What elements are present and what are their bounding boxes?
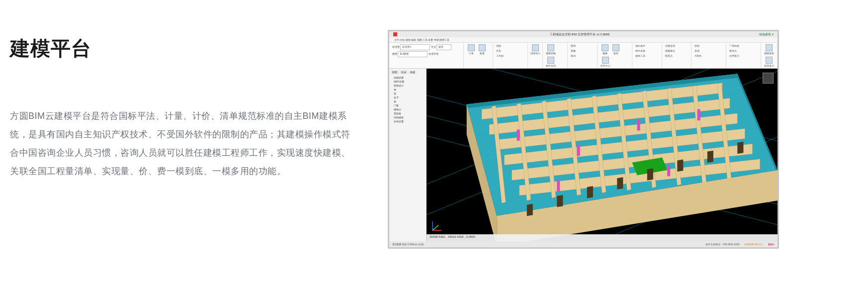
app-logo-icon: [393, 32, 397, 36]
svg-rect-29: [517, 129, 520, 140]
stats-icon: [532, 44, 539, 51]
dropdown-label: 标准层: [392, 45, 400, 48]
check-icon: [479, 44, 486, 51]
svg-line-48: [433, 225, 438, 230]
ribbon-trim-btn[interactable]: 修剪工具: [635, 54, 659, 57]
ribbon-offset-btn[interactable]: 偏移: [601, 44, 609, 55]
app-titlebar: 工程项目全过程 BIM 总控管理平台 v1.0 [BIM] 绿色建筑 ▾: [389, 31, 778, 37]
ribbon-close-btn[interactable]: 构件关闭: [546, 57, 556, 67]
ribbon-hidemode-btn[interactable]: 隐藏模式: [665, 49, 689, 52]
ribbon-mirror-btn[interactable]: 镜像: [571, 49, 594, 52]
svg-rect-43: [707, 151, 713, 163]
app-ribbon: 标准层 标准层1 专业 建筑 楼层 第2楼层 标准管理 计算 检查: [389, 43, 778, 69]
tree-item[interactable]: 结构楼板: [391, 115, 425, 119]
tree-item[interactable]: 楼梯台: [391, 107, 425, 111]
app-title-right[interactable]: 绿色建筑 ▾: [759, 32, 774, 37]
align-icon: [602, 57, 609, 64]
ribbon-setbase-btn[interactable]: 设置基准: [665, 44, 689, 47]
tree-panel[interactable]: 图层 组成 构建 绘图设置 MEP设置 照明设计 墙 梁 柱子 板 门窗 楼梯台…: [389, 69, 427, 241]
tree-items: 绘图设置 MEP设置 照明设计 墙 梁 柱子 板 门窗 楼梯台 屋面板 结构楼板…: [391, 76, 425, 123]
tree-item[interactable]: 墙: [391, 88, 425, 92]
dropdown-label: 专业: [431, 45, 436, 48]
page-heading: 建模平台: [10, 35, 358, 62]
dropdown-label: 楼层: [392, 52, 397, 55]
svg-rect-32: [697, 109, 700, 120]
ribbon-elevw-btn[interactable]: 西南: [694, 44, 723, 47]
ribbon-restore-btn[interactable]: 恢复点: [665, 54, 689, 57]
svg-rect-31: [637, 119, 640, 130]
ribbon-viewreload-btn[interactable]: 视图更新: [764, 44, 774, 55]
status-mid: 技术支持电话：020-3810 2025: [705, 243, 740, 246]
ribbon-workplane-btn[interactable]: 工作面: [496, 54, 524, 57]
offset-icon: [602, 44, 608, 51]
tree-item[interactable]: MEP设置: [391, 80, 425, 84]
status-memory: 内存使用:28.11 □: [744, 243, 763, 246]
svg-rect-41: [647, 168, 653, 180]
status-bar: 第3层楼 深度 0.000mm 比例 技术支持电话：020-3810 2025 …: [389, 241, 778, 247]
ribbon-stats-btn[interactable]: 清单统计: [531, 44, 540, 55]
ribbon-manage-btn[interactable]: 标准管理: [429, 52, 438, 55]
ribbon-2dwire-btn[interactable]: 二维线框: [729, 44, 758, 47]
ribbon-movepoint-btn[interactable]: 移动点: [729, 49, 758, 52]
svg-rect-40: [617, 177, 623, 189]
ribbon-rotate-btn[interactable]: 旋转: [611, 44, 620, 55]
tree-item[interactable]: 门窗: [391, 103, 425, 107]
ribbon-globalshow-btn[interactable]: 全屏显示: [729, 54, 758, 57]
ribbon-viewctrl-btn[interactable]: 视图切换: [546, 44, 556, 55]
app-title: 工程项目全过程 BIM 总控管理平台 v1.0 [BIM]: [400, 32, 759, 37]
tree-item[interactable]: 屋面板: [391, 111, 425, 115]
svg-rect-39: [587, 186, 593, 198]
calc-icon: [468, 44, 475, 51]
level-dropdown[interactable]: 第2楼层: [398, 51, 428, 57]
tree-item[interactable]: 板: [391, 99, 425, 103]
ribbon-clear-btn[interactable]: 清除: [496, 44, 524, 47]
app-screenshot: 工程项目全过程 BIM 总控管理平台 v1.0 [BIM] 绿色建筑 ▾ 文件 …: [388, 30, 779, 249]
svg-rect-44: [737, 142, 743, 154]
tree-tab-build[interactable]: 构建: [409, 70, 417, 74]
app-body: 图层 组成 构建 绘图设置 MEP设置 照明设计 墙 梁 柱子 板 门窗 楼梯台…: [389, 69, 778, 241]
reload-icon: [766, 44, 773, 51]
rotate-icon: [612, 44, 619, 51]
svg-rect-38: [557, 195, 563, 207]
axis-gizmo: [431, 219, 443, 232]
ribbon-array-btn[interactable]: 倾向构件: [635, 44, 659, 47]
status-left: 第3层楼 深度 0.000mm 比例: [392, 243, 424, 246]
svg-rect-42: [677, 160, 683, 172]
tree-item[interactable]: 照明设计: [391, 84, 425, 88]
viewport-3d[interactable]: 39098.5261 , 24016.4318 , 0.0000: [427, 69, 778, 241]
ribbon-xray-btn[interactable]: X射线: [694, 54, 723, 57]
tree-tab-layers[interactable]: 图层: [391, 70, 399, 74]
tree-item[interactable]: 装饰设置: [391, 119, 425, 123]
tree-item[interactable]: 柱子: [391, 96, 425, 99]
tree-item[interactable]: 绘图设置: [391, 76, 425, 80]
svg-rect-33: [557, 181, 560, 192]
ribbon-highlight-btn[interactable]: 高亮显示: [764, 57, 774, 67]
ribbon-calc-btn[interactable]: 计算: [467, 44, 476, 55]
view-cube[interactable]: [763, 73, 774, 84]
app-menubar[interactable]: 文件 开始 建模 编辑 视图 工具 设置 帮助 图层工具: [389, 37, 778, 43]
close-icon: [547, 57, 554, 64]
highlight-icon: [766, 57, 773, 64]
status-legend: 图例□: [768, 243, 775, 246]
svg-rect-30: [577, 145, 580, 156]
ribbon-copy-btn[interactable]: 复制: [571, 44, 594, 47]
ribbon-check-btn[interactable]: 检查: [478, 44, 487, 55]
svg-rect-34: [667, 165, 670, 176]
ribbon-componly-btn[interactable]: 构件表格: [635, 49, 659, 52]
ribbon-fill-btn[interactable]: 填充: [496, 49, 524, 52]
tree-tab-compose[interactable]: 组成: [400, 70, 408, 74]
coords-bar: 39098.5261 , 24016.4318 , 0.0000: [427, 234, 778, 241]
ribbon-elevs-btn[interactable]: 东南: [694, 49, 723, 52]
tree-item[interactable]: 梁: [391, 92, 425, 96]
svg-rect-37: [527, 204, 533, 216]
ribbon-align-btn[interactable]: 对齐中心: [601, 57, 610, 67]
description-paragraph: 方圆BIM云建模平台是符合国标平法、计量、计价、清单规范标准的自主BIM建模系统…: [10, 107, 358, 181]
floor-dropdown[interactable]: 标准层1: [400, 44, 430, 50]
text-column: 建模平台 方圆BIM云建模平台是符合国标平法、计量、计价、清单规范标准的自主BI…: [10, 35, 358, 181]
building-model-svg: [427, 69, 778, 241]
viewctrl-icon: [547, 44, 554, 51]
discipline-dropdown[interactable]: 建筑: [436, 44, 451, 50]
ribbon-move-btn[interactable]: 移动: [571, 54, 594, 57]
